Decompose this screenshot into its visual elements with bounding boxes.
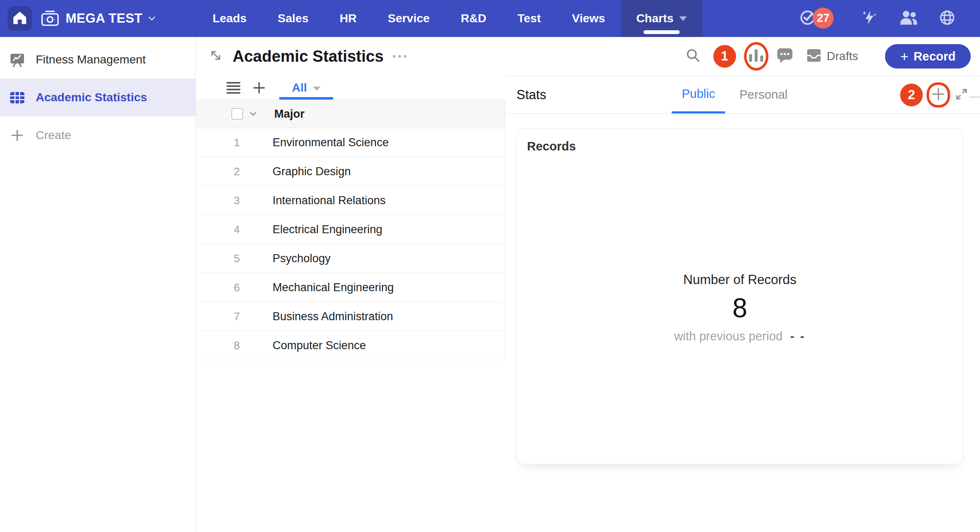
- sidebar-item-fitness-management[interactable]: Fitness Management: [0, 41, 196, 79]
- view-list-menu-icon[interactable]: [226, 81, 241, 95]
- table-row[interactable]: 3 International Relations: [196, 186, 505, 215]
- members-button[interactable]: [899, 9, 918, 28]
- stats-panel: Stats Public Personal 2: [505, 76, 980, 532]
- table-row[interactable]: 8 Computer Science: [196, 331, 505, 360]
- sidebar-item-label: Fitness Management: [36, 53, 146, 66]
- panel-edge-divider: [969, 96, 980, 98]
- automations-button[interactable]: [861, 9, 878, 28]
- metric-block: Number of Records 8 with previous period…: [517, 272, 963, 343]
- column-header-major[interactable]: Major: [274, 108, 305, 121]
- notification-badge: 27: [813, 8, 834, 29]
- grid-section: All Major 1 Environmental Science: [196, 76, 505, 532]
- sidebar-item-label: Academic Statistics: [36, 91, 147, 104]
- language-button[interactable]: [939, 9, 956, 28]
- view-tab-all[interactable]: All: [279, 76, 333, 100]
- sidebar-item-academic-statistics[interactable]: Academic Statistics: [0, 79, 196, 116]
- stats-tabs: Public Personal: [672, 76, 797, 113]
- metric-value: 8: [517, 293, 963, 323]
- stats-panel-title: Stats: [516, 87, 546, 103]
- tab-sales[interactable]: Sales: [262, 0, 324, 37]
- add-record-button[interactable]: + Record: [885, 44, 971, 68]
- tab-views[interactable]: Views: [556, 0, 621, 37]
- tab-service[interactable]: Service: [372, 0, 445, 37]
- bar-chart-icon: [749, 48, 764, 64]
- users-icon: [899, 9, 918, 28]
- sidebar: Fitness Management Academic Statistics C…: [0, 37, 196, 532]
- chevron-down-icon[interactable]: [146, 13, 157, 24]
- table-grid-icon: [9, 90, 25, 105]
- annotation-step-1: 1: [713, 45, 736, 68]
- triangle-down-icon: [679, 16, 687, 21]
- expand-panel-icon[interactable]: [954, 87, 969, 103]
- add-widget-button[interactable]: [930, 86, 946, 104]
- tab-public[interactable]: Public: [672, 76, 725, 113]
- stats-actions: 2: [900, 84, 969, 106]
- home-button[interactable]: [8, 6, 32, 31]
- table-row[interactable]: 2 Graphic Design: [196, 157, 505, 186]
- comparison-value: - -: [790, 330, 805, 343]
- home-icon: [12, 10, 28, 27]
- table-header-bar: Academic Statistics 1: [196, 37, 980, 76]
- top-navigation-bar: MEGA TEST Leads Sales HR Service R&D Tes…: [0, 0, 980, 37]
- lightning-sparkles-icon: [861, 9, 878, 28]
- metric-label: Number of Records: [517, 272, 963, 287]
- records-widget-card[interactable]: Records Number of Records 8 with previou…: [516, 128, 963, 464]
- content-split: All Major 1 Environmental Science: [196, 76, 980, 532]
- topbar-right-icons: 27: [799, 9, 980, 28]
- tab-leads[interactable]: Leads: [197, 0, 262, 37]
- sidebar-create-button[interactable]: Create: [0, 116, 196, 154]
- table-row[interactable]: 1 Environmental Science: [196, 128, 505, 157]
- search-icon[interactable]: [686, 48, 701, 65]
- chevron-down-icon[interactable]: [248, 109, 258, 119]
- data-grid: Major 1 Environmental Science 2 Graphic …: [196, 100, 505, 360]
- tab-rnd[interactable]: R&D: [445, 0, 502, 37]
- presentation-board-icon: [9, 52, 25, 68]
- table-row[interactable]: 4 Electrical Engineering: [196, 215, 505, 244]
- tab-hr[interactable]: HR: [324, 0, 372, 37]
- header-actions: 1: [686, 44, 971, 68]
- tab-charts-active[interactable]: Charts: [621, 0, 703, 37]
- comments-icon[interactable]: [776, 47, 793, 66]
- annotation-step-2: 2: [900, 84, 923, 106]
- widget-title: Records: [527, 140, 953, 153]
- table-row[interactable]: 7 Business Administration: [196, 302, 505, 331]
- globe-icon: [939, 9, 956, 28]
- plus-icon: [9, 128, 25, 142]
- triangle-down-icon: [313, 87, 320, 91]
- plus-icon: [930, 86, 946, 104]
- view-bar: All: [196, 76, 505, 100]
- workspace-icon: [40, 9, 60, 28]
- page-title: Academic Statistics: [233, 47, 384, 66]
- add-view-icon[interactable]: [252, 81, 266, 95]
- sidebar-item-label: Create: [36, 129, 71, 142]
- inbox-icon: [806, 48, 822, 65]
- workspace-name[interactable]: MEGA TEST: [66, 11, 142, 26]
- table-row[interactable]: 6 Mechanical Engineering: [196, 273, 505, 302]
- stats-panel-header: Stats Public Personal 2: [506, 76, 980, 114]
- drafts-label: Drafts: [827, 50, 858, 63]
- grid-header-row: Major: [196, 100, 505, 128]
- table-tabs: Leads Sales HR Service R&D Test Views Ch…: [197, 0, 702, 37]
- metric-comparison: with previous period - -: [517, 330, 963, 344]
- more-options-icon[interactable]: [393, 55, 406, 58]
- select-all-checkbox[interactable]: [231, 108, 243, 120]
- plus-icon: +: [900, 49, 908, 63]
- tab-personal[interactable]: Personal: [729, 76, 797, 113]
- table-row[interactable]: 5 Psychology: [196, 244, 505, 273]
- main-area: Academic Statistics 1: [196, 37, 980, 532]
- tab-test[interactable]: Test: [502, 0, 556, 37]
- drafts-button[interactable]: Drafts: [806, 48, 858, 65]
- resize-diagonal-icon[interactable]: [208, 48, 223, 65]
- charts-panel-button[interactable]: [749, 48, 764, 64]
- tasks-button[interactable]: 27: [799, 9, 816, 28]
